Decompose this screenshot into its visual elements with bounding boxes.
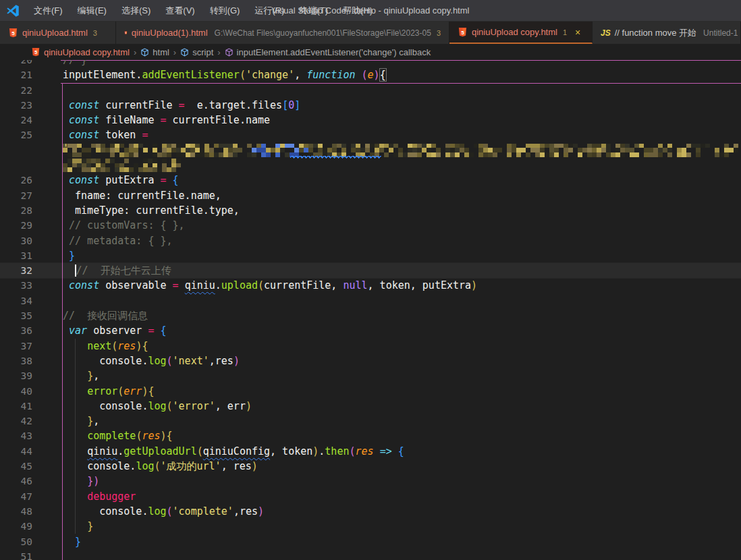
code-line[interactable]: 21inputElement.addEventListener('change'… — [0, 67, 741, 82]
code-line[interactable]: 24 const fileName = currentFile.name — [0, 113, 741, 128]
line-number: 42 — [0, 414, 32, 428]
code-text: const currentFile = e.target.files[0] — [63, 98, 741, 113]
menu-item-1[interactable]: 编辑(E) — [70, 0, 114, 21]
menu-item-5[interactable]: 运行(R) — [247, 0, 292, 21]
html5-file-icon: 5 — [458, 27, 468, 37]
menu-item-3[interactable]: 查看(V) — [158, 0, 202, 21]
menu-item-0[interactable]: 文件(F) — [26, 0, 70, 21]
chevron-right-icon: › — [217, 47, 220, 57]
code-line[interactable]: 46 }) — [0, 474, 741, 488]
code-line[interactable]: 33 const observable = qiniu.upload(curre… — [0, 278, 741, 293]
symbol-element-icon — [180, 48, 189, 57]
code-text: } — [63, 519, 741, 534]
code-text: } — [63, 248, 741, 263]
code-text: // 接收回调信息 — [63, 308, 741, 323]
code-line[interactable]: 35// 接收回调信息 — [0, 308, 741, 323]
breadcrumb-item-2[interactable]: script — [180, 47, 213, 57]
menu-item-2[interactable]: 选择(S) — [114, 0, 158, 21]
code-text: // customVars: { }, — [63, 218, 741, 233]
code-text: debugger — [63, 489, 741, 504]
tab-qiniuUpload(1).html[interactable]: 5qiniuUpload(1).htmlG:\WeChat Files\guoy… — [116, 22, 449, 44]
code-line[interactable]: 25 const token = — [0, 128, 741, 142]
close-icon[interactable]: × — [575, 27, 580, 38]
tab-problems-badge: 3 — [93, 29, 97, 37]
tab-qiniuUpload.html[interactable]: 5qiniuUpload.html3 — [0, 22, 116, 44]
html5-file-icon: 5 — [31, 47, 40, 57]
string-open-quote: ' — [63, 142, 69, 155]
menu-item-6[interactable]: 终端(T) — [292, 0, 335, 21]
line-number: 22 — [0, 83, 32, 98]
code-line[interactable]: 47 debugger — [0, 489, 741, 504]
code-line[interactable]: 31 } — [0, 248, 741, 263]
line-number: 45 — [0, 459, 32, 474]
code-line[interactable]: 30 // metadata: { }, — [0, 233, 741, 248]
code-text: }) — [63, 474, 741, 488]
code-line[interactable]: 22 — [0, 83, 741, 98]
code-line[interactable]: 39 }, — [0, 368, 741, 383]
tab-filename: qiniuUpload copy.html — [472, 27, 557, 37]
html5-file-icon: 5 — [8, 28, 18, 38]
redacted-token-line[interactable]: ' — [0, 143, 741, 158]
code-line[interactable]: 37 next(res){ — [0, 339, 741, 354]
line-number: 46 — [0, 474, 32, 488]
redacted-token-string — [63, 159, 181, 172]
code-text: const fileName = currentFile.name — [63, 113, 741, 128]
tab-qiniuUpload copy.html[interactable]: 5qiniuUpload copy.html1× — [449, 22, 593, 44]
redacted-token-line[interactable] — [0, 158, 741, 173]
code-line[interactable]: 26 const putExtra = { — [0, 173, 741, 188]
line-number: 41 — [0, 399, 32, 414]
line-number: 40 — [0, 384, 32, 399]
code-text: next(res){ — [63, 339, 741, 354]
menu-item-4[interactable]: 转到(G) — [202, 0, 248, 21]
title-bar: 文件(F)编辑(E)选择(S)查看(V)转到(G)运行(R)终端(T)帮助(H)… — [0, 0, 741, 22]
line-number: 44 — [0, 444, 32, 459]
code-text: // } — [63, 60, 741, 67]
line-number: 29 — [0, 218, 32, 233]
tab-// function move 开始[interactable]: JS// function move 开始Untitled-1 — [593, 22, 741, 44]
code-text: console.log('成功的url', res) — [63, 459, 741, 474]
code-line[interactable]: 28 mimeType: currentFile.type, — [0, 203, 741, 218]
line-number: 20 — [0, 60, 32, 67]
line-number: 31 — [0, 248, 32, 263]
tab-filename: // function move 开始 — [615, 27, 696, 39]
menu-item-7[interactable]: 帮助(H) — [335, 0, 380, 21]
code-text: const observable = qiniu.upload(currentF… — [63, 278, 741, 293]
line-number: 36 — [0, 323, 32, 338]
code-line[interactable]: 45 console.log('成功的url', res) — [0, 459, 741, 474]
code-line[interactable]: 51 — [0, 549, 741, 560]
code-line[interactable]: 34 — [0, 293, 741, 308]
breadcrumb-item-1[interactable]: html — [140, 47, 169, 57]
code-line[interactable]: 49 } — [0, 519, 741, 534]
breadcrumb-label: html — [153, 47, 169, 57]
code-text: error(err){ — [63, 384, 741, 399]
code-line[interactable]: 41 console.log('error', err) — [0, 399, 741, 414]
code-line[interactable]: 32 // 开始七牛云上传 — [0, 263, 741, 278]
symbol-element-icon — [140, 48, 149, 57]
line-number: 27 — [0, 188, 32, 203]
svg-text:5: 5 — [461, 30, 464, 36]
tab-bar: 5qiniuUpload.html35qiniuUpload(1).htmlG:… — [0, 22, 741, 44]
code-line[interactable]: 48 console.log('complete',res) — [0, 504, 741, 519]
line-number: 43 — [0, 428, 32, 443]
code-text: complete(res){ — [63, 428, 741, 443]
breadcrumb-item-3[interactable]: inputElement.addEventListener('change') … — [225, 47, 431, 57]
line-number: 37 — [0, 339, 32, 354]
code-line[interactable]: 43 complete(res){ — [0, 428, 741, 443]
code-line[interactable]: 50 } — [0, 534, 741, 549]
code-line[interactable]: 38 console.log('next',res) — [0, 354, 741, 368]
code-text: mimeType: currentFile.type, — [63, 203, 741, 218]
code-line[interactable]: 20// } — [0, 60, 741, 67]
html5-file-icon: 5 — [124, 28, 128, 38]
code-line[interactable]: 27 fname: currentFile.name, — [0, 188, 741, 203]
code-line[interactable]: 44 qiniu.getUploadUrl(qiniuConfig, token… — [0, 444, 741, 459]
chevron-right-icon: › — [134, 47, 136, 57]
code-line[interactable]: 40 error(err){ — [0, 384, 741, 399]
code-line[interactable]: 42 }, — [0, 414, 741, 428]
code-line[interactable]: 29 // customVars: { }, — [0, 218, 741, 233]
code-line[interactable]: 23 const currentFile = e.target.files[0] — [0, 98, 741, 113]
line-number: 24 — [0, 113, 32, 128]
redacted-token-string: ' — [63, 144, 741, 157]
code-line[interactable]: 36 var observer = { — [0, 323, 741, 338]
code-editor[interactable]: 20// }21inputElement.addEventListener('c… — [0, 60, 741, 560]
breadcrumb-item-0[interactable]: 5qiniuUpload copy.html — [31, 47, 130, 57]
